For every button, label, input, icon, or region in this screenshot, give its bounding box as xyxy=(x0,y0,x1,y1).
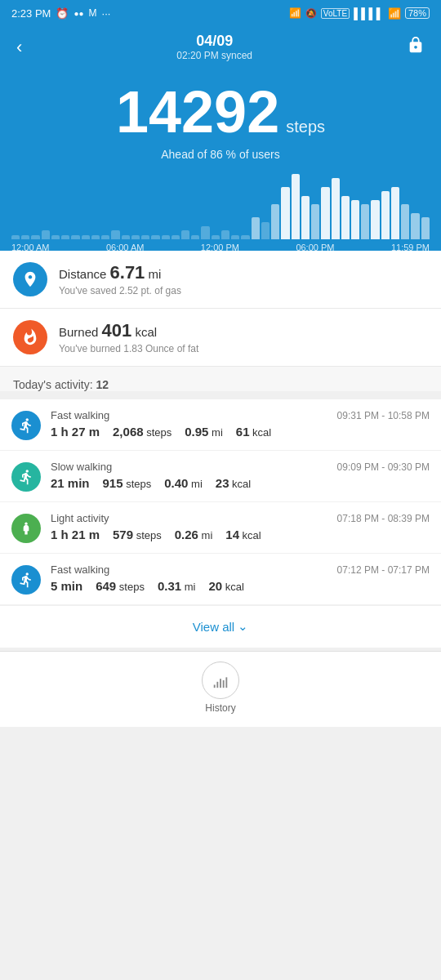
view-all-button[interactable]: View all ⌄ xyxy=(193,619,248,634)
calories-icon-wrap xyxy=(13,320,47,354)
header: ‹ 04/09 02:20 PM synced xyxy=(0,26,441,66)
chart-bar xyxy=(151,235,159,239)
chart-bar xyxy=(351,200,359,239)
history-label: History xyxy=(205,702,235,714)
wifi-icon: 📶 xyxy=(388,7,401,20)
chart-bar xyxy=(332,178,340,239)
chart-bar xyxy=(301,196,310,239)
activity-item[interactable]: Fast walking07:12 PM - 07:17 PM 5 min 64… xyxy=(0,554,441,605)
activity-calories: 20 kcal xyxy=(208,579,243,593)
activity-type-label: Fast walking xyxy=(51,409,109,421)
chart-bar xyxy=(271,204,279,239)
activity-distance: 0.40 mi xyxy=(164,476,203,490)
activity-type-label: Slow walking xyxy=(51,461,112,473)
dots-icon: ●● xyxy=(74,9,83,18)
activity-duration: 5 min xyxy=(51,579,82,593)
battery-icon: 78% xyxy=(405,7,430,19)
export-button[interactable] xyxy=(403,33,428,61)
activity-time-label: 09:09 PM - 09:30 PM xyxy=(337,461,430,473)
activity-type-label: Fast walking xyxy=(51,564,109,576)
hero-section: 14292 steps Ahead of 86 % of users xyxy=(0,66,441,161)
activity-content: Light activity07:18 PM - 08:39 PM 1 h 21… xyxy=(51,512,430,541)
bluetooth-icon: 📶 xyxy=(289,7,301,19)
activity-section: Today's activity: 12 xyxy=(0,367,441,391)
chart-bar xyxy=(162,235,170,239)
more-icon: ··· xyxy=(102,7,111,20)
activity-distance: 0.31 mi xyxy=(158,579,196,593)
alarm-icon: ⏰ xyxy=(56,7,69,20)
chart-bars xyxy=(8,174,433,239)
status-left: 2:23 PM ⏰ ●● M ··· xyxy=(11,7,110,20)
chart-bar xyxy=(391,187,399,239)
activity-steps: 2,068 steps xyxy=(113,425,172,439)
chevron-down-icon: ⌄ xyxy=(238,619,248,634)
calories-text: Burned 401 kcal You've burned 1.83 Ounce… xyxy=(59,320,428,354)
chart-bar xyxy=(292,174,300,239)
chart-bar xyxy=(51,235,60,239)
chart-bar xyxy=(42,230,50,239)
chart-bar xyxy=(321,187,329,239)
chart-bar xyxy=(371,200,379,239)
chart-bar xyxy=(111,230,119,239)
nav-history[interactable]: History xyxy=(202,662,239,714)
chart-bar xyxy=(231,235,239,239)
chart-bar xyxy=(131,235,140,239)
activity-item[interactable]: Light activity07:18 PM - 08:39 PM 1 h 21… xyxy=(0,502,441,554)
chart-labels: 12:00 AM 06:00 AM 12:00 PM 06:00 PM 11:5… xyxy=(8,239,433,252)
svg-rect-4 xyxy=(223,680,225,688)
chart-bar xyxy=(31,235,39,239)
chart-bar xyxy=(401,204,409,239)
chart-bar xyxy=(141,235,149,239)
status-bar: 2:23 PM ⏰ ●● M ··· 📶 🔕 VoLTE ▌▌▌▌ 📶 78% xyxy=(0,0,441,26)
chart-bar xyxy=(421,217,430,239)
activity-item[interactable]: Fast walking09:31 PM - 10:58 PM 1 h 27 m… xyxy=(0,399,441,451)
chart-bar xyxy=(281,187,289,239)
chart-bar xyxy=(341,196,350,239)
svg-rect-2 xyxy=(216,681,218,687)
chart-bar xyxy=(21,235,29,239)
chart-bar xyxy=(122,235,130,239)
chart-bar xyxy=(61,235,69,239)
activity-steps: 915 steps xyxy=(103,476,152,490)
bottom-nav: History xyxy=(0,651,441,727)
activity-content: Fast walking07:12 PM - 07:17 PM 5 min 64… xyxy=(51,564,430,593)
status-right: 📶 🔕 VoLTE ▌▌▌▌ 📶 78% xyxy=(289,7,430,20)
chart-bar xyxy=(212,235,220,239)
distance-stat: Distance 6.71 mi You've saved 2.52 pt. o… xyxy=(0,251,441,309)
svg-rect-5 xyxy=(225,677,227,688)
lte-icon: VoLTE xyxy=(321,8,350,19)
activity-calories: 23 kcal xyxy=(216,476,251,490)
history-icon-wrap xyxy=(202,662,239,699)
activity-content: Slow walking09:09 PM - 09:30 PM 21 min 9… xyxy=(51,461,430,490)
chart-bar xyxy=(82,235,90,239)
back-button[interactable]: ‹ xyxy=(13,33,25,61)
activity-calories: 14 kcal xyxy=(225,528,261,541)
activity-distance: 0.26 mi xyxy=(175,528,213,541)
activity-type-icon xyxy=(11,565,41,595)
activity-item[interactable]: Slow walking09:09 PM - 09:30 PM 21 min 9… xyxy=(0,451,441,502)
activity-distance: 0.95 mi xyxy=(185,425,223,439)
activity-time-label: 07:12 PM - 07:17 PM xyxy=(337,564,430,576)
activity-time-label: 07:18 PM - 08:39 PM xyxy=(337,513,430,524)
activity-time-label: 09:31 PM - 10:58 PM xyxy=(337,410,430,421)
chart-bar xyxy=(191,235,199,239)
header-center: 04/09 02:20 PM synced xyxy=(176,33,252,61)
steps-count: 14292 steps xyxy=(116,82,325,141)
svg-point-0 xyxy=(24,523,27,525)
chart-bar xyxy=(241,235,249,239)
chart-bar xyxy=(91,235,100,239)
activity-header: Today's activity: 12 xyxy=(13,378,428,391)
chart-bar xyxy=(11,235,20,239)
activity-steps: 649 steps xyxy=(96,579,145,593)
chart-bar xyxy=(311,204,319,239)
chart-bar xyxy=(261,222,270,239)
chart-bar xyxy=(252,217,260,239)
activity-steps: 579 steps xyxy=(113,528,162,541)
activity-type-icon xyxy=(11,514,41,543)
activity-type-icon xyxy=(11,462,41,492)
svg-rect-3 xyxy=(220,679,221,688)
volume-icon: 🔕 xyxy=(305,8,317,19)
activity-content: Fast walking09:31 PM - 10:58 PM 1 h 27 m… xyxy=(51,409,430,439)
activity-calories: 61 kcal xyxy=(236,425,271,439)
activity-duration: 21 min xyxy=(51,476,90,490)
